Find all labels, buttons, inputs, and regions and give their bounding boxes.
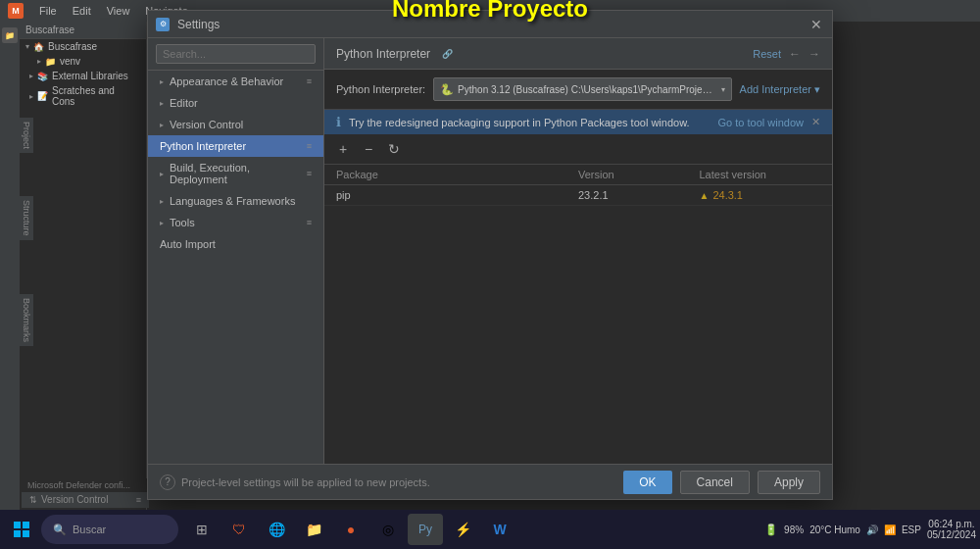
package-name: pip [336, 189, 578, 201]
package-table: Package Version Latest version pip 23.2.… [324, 165, 832, 464]
settings-right-header: Python Interpreter 🔗 Reset ← → [324, 38, 832, 70]
nav-editor-arrow: ▸ [160, 99, 164, 108]
search-icon: 🔍 [53, 524, 67, 536]
taskbar: 🔍 Buscar ⊞ 🛡 🌐 📁 ● ◎ Py ⚡ W 🔋 98% 20°C H… [0, 510, 980, 549]
package-latest: ▲ 24.3.1 [700, 189, 821, 201]
nav-build-arrow: ▸ [160, 170, 164, 178]
nav-build[interactable]: ▸ Build, Execution, Deployment ≡ [148, 157, 323, 190]
table-row[interactable]: pip 23.2.1 ▲ 24.3.1 [324, 185, 832, 206]
interpreter-label: Python Interpreter: [336, 83, 425, 95]
language-indicator: ESP [902, 524, 921, 535]
right-panel-actions: Reset ← → [753, 47, 820, 61]
nav-appearance-badge: ≡ [307, 76, 312, 86]
settings-content-panel: Python Interpreter 🔗 Reset ← → Python In… [324, 38, 832, 464]
footer-help: ? Project-level settings will be applied… [160, 474, 430, 490]
chrome-icon[interactable]: ◎ [370, 514, 406, 545]
table-header: Package Version Latest version [324, 165, 832, 185]
nav-tools-badge: ≡ [307, 218, 312, 227]
taskbar-search-label: Buscar [73, 524, 106, 535]
dialog-body: ▸ Appearance & Behavior ≡ ▸ Editor ▸ Ver… [148, 38, 832, 464]
nav-autoimport-label: Auto Import [160, 238, 216, 250]
svg-rect-0 [14, 522, 21, 528]
dialog-overlay: ⚙ Settings ✕ ▸ Appearance & Behavior ≡ ▸ [0, 0, 980, 510]
nav-lang-label: Languages & Frameworks [170, 195, 295, 207]
interpreter-value: Python 3.12 (Buscafrase) C:\Users\kaps1\… [458, 84, 716, 95]
remove-package-button[interactable]: − [358, 138, 379, 160]
ide-taskbar-icon[interactable]: Py [408, 514, 443, 545]
dropdown-arrow-icon: ▾ [721, 85, 725, 94]
back-button[interactable]: ← [789, 47, 801, 61]
settings-search-container [148, 38, 323, 71]
info-icon: ℹ [336, 115, 341, 129]
nav-appearance[interactable]: ▸ Appearance & Behavior ≡ [148, 71, 323, 92]
network-icon: 📶 [884, 524, 896, 535]
nav-python-interpreter[interactable]: Python Interpreter ≡ [148, 135, 323, 157]
info-link[interactable]: Go to tool window [718, 117, 804, 128]
footer-help-text: Project-level settings will be applied t… [181, 476, 430, 488]
nav-pi-badge: ≡ [307, 141, 312, 151]
nav-tools-arrow: ▸ [160, 219, 164, 227]
svg-rect-3 [23, 530, 29, 537]
settings-nav-panel: ▸ Appearance & Behavior ≡ ▸ Editor ▸ Ver… [148, 38, 324, 464]
settings-search-input[interactable] [156, 44, 316, 64]
dialog-footer: ? Project-level settings will be applied… [148, 464, 832, 499]
refresh-packages-button[interactable]: ↻ [383, 138, 405, 160]
battery-level: 98% [784, 524, 804, 535]
system-clock: 06:24 p.m. 05/12/2024 [927, 519, 976, 540]
nav-tools[interactable]: ▸ Tools ≡ [148, 212, 323, 233]
cancel-button[interactable]: Cancel [680, 471, 750, 494]
svg-rect-1 [23, 522, 29, 528]
explorer-icon[interactable]: 📁 [296, 514, 331, 545]
nav-vc-arrow: ▸ [160, 121, 164, 129]
content-title-icon: 🔗 [442, 49, 453, 59]
nav-version-control[interactable]: ▸ Version Control [148, 114, 323, 135]
nav-build-badge: ≡ [307, 169, 312, 178]
content-title: Python Interpreter [336, 47, 430, 61]
apply-button[interactable]: Apply [758, 471, 820, 494]
help-icon[interactable]: ? [160, 474, 175, 490]
temperature-display: 20°C Humo [809, 524, 860, 535]
package-toolbar: + − ↻ [324, 134, 832, 165]
svg-rect-2 [14, 530, 21, 537]
python-icon: 🐍 [440, 83, 454, 96]
interpreter-section: Python Interpreter: 🐍 Python 3.12 (Busca… [324, 70, 832, 110]
nav-editor-label: Editor [170, 97, 198, 109]
interpreter-dropdown[interactable]: 🐍 Python 3.12 (Buscafrase) C:\Users\kaps… [433, 77, 731, 101]
taskbar-search[interactable]: 🔍 Buscar [41, 515, 178, 544]
edge-icon[interactable]: 🌐 [259, 514, 294, 545]
word-icon[interactable]: W [482, 514, 517, 545]
taskview-button[interactable]: ⊞ [184, 514, 220, 545]
nav-auto-import[interactable]: Auto Import [148, 233, 323, 255]
forward-button[interactable]: → [808, 47, 820, 61]
nav-editor[interactable]: ▸ Editor [148, 92, 323, 114]
add-package-button[interactable]: + [332, 138, 354, 160]
add-interpreter-button[interactable]: Add Interpreter ▾ [740, 83, 820, 96]
dialog-close-button[interactable]: ✕ [808, 17, 824, 32]
info-banner: ℹ Try the redesigned packaging support i… [324, 110, 832, 134]
nav-appearance-arrow: ▸ [160, 77, 164, 86]
info-close-button[interactable]: ✕ [811, 116, 820, 128]
battery-icon: 🔋 [764, 524, 778, 536]
start-button[interactable] [4, 514, 39, 545]
nav-vc-label: Version Control [170, 119, 243, 130]
reset-button[interactable]: Reset [753, 48, 781, 60]
clock-time: 06:24 p.m. [928, 519, 974, 529]
terminal-icon[interactable]: ⚡ [445, 514, 480, 545]
package-version: 23.2.1 [578, 189, 700, 201]
unknown-icon1[interactable]: ● [333, 514, 368, 545]
info-banner-text: Try the redesigned packaging support in … [349, 117, 690, 128]
col-version: Version [578, 169, 700, 180]
antivirus-icon[interactable]: 🛡 [221, 514, 257, 545]
update-available-icon: ▲ [700, 190, 710, 201]
taskbar-app-icons: ⊞ 🛡 🌐 📁 ● ◎ Py ⚡ W [184, 514, 517, 545]
nav-pi-label: Python Interpreter [160, 140, 246, 152]
nav-build-label: Build, Execution, Deployment [170, 162, 301, 185]
nav-appearance-label: Appearance & Behavior [170, 75, 283, 87]
col-package: Package [336, 169, 578, 180]
nav-tools-label: Tools [170, 217, 195, 228]
dialog-title: Settings [177, 18, 220, 31]
ok-button[interactable]: OK [623, 471, 671, 494]
col-latest: Latest version [700, 169, 821, 180]
taskbar-system-tray: 🔋 98% 20°C Humo 🔊 📶 ESP 06:24 p.m. 05/12… [764, 519, 976, 540]
nav-languages[interactable]: ▸ Languages & Frameworks [148, 190, 323, 212]
